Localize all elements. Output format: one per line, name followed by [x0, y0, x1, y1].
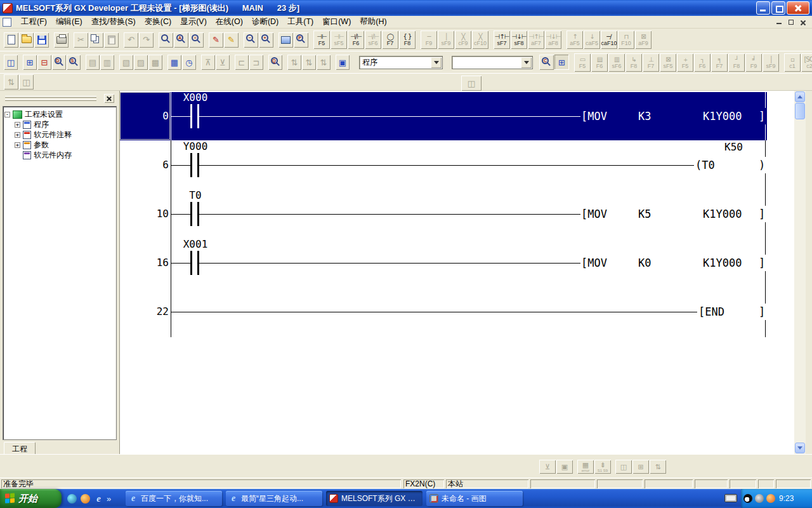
- save-button[interactable]: [34, 32, 49, 48]
- falling-edge-symbol-icon: ↓: [589, 33, 594, 40]
- new-button[interactable]: [4, 32, 18, 48]
- key-label: F5: [318, 40, 325, 46]
- zoom-out-button[interactable]: −: [244, 32, 258, 48]
- input-method-keyboard-icon[interactable]: [724, 494, 737, 502]
- print-button[interactable]: [54, 32, 69, 48]
- mdi-restore-button[interactable]: [785, 17, 796, 27]
- start-button[interactable]: 开始: [0, 489, 62, 508]
- sort-3-button: ⇅: [317, 55, 331, 70]
- coil-button[interactable]: ◯F7: [382, 30, 398, 49]
- screen-display-button[interactable]: [278, 32, 293, 48]
- tree-close-icon[interactable]: [104, 94, 114, 103]
- menu-item-6[interactable]: 诊断(D): [247, 15, 283, 29]
- program-combo[interactable]: 程序: [359, 56, 443, 69]
- tree-expand-icon[interactable]: +: [15, 132, 20, 138]
- device-memory-icon: [23, 151, 31, 159]
- chevron-down-icon[interactable]: [521, 57, 532, 68]
- closed-contact-button[interactable]: ⊣/⊢F6: [348, 30, 364, 49]
- step-find-button[interactable]: S: [67, 55, 81, 70]
- qq-tray-icon[interactable]: [743, 494, 752, 503]
- edit-cursor-cell[interactable]: [120, 92, 170, 140]
- ladder-display-button[interactable]: ⊞: [23, 55, 37, 70]
- menu-item-8[interactable]: 窗口(W): [318, 15, 355, 29]
- window-cascade-button: ⊏: [235, 55, 249, 70]
- ladder-canvas[interactable]: 0X000[MOVK3K1Y000]6Y000(T0)K5010T0[MOVK5…: [119, 91, 794, 454]
- key-label: caF10: [601, 40, 617, 46]
- find-instruction-button[interactable]: ≡: [189, 32, 204, 48]
- tree-panel-header[interactable]: [3, 93, 117, 105]
- menu-item-5[interactable]: 在线(O): [211, 15, 247, 29]
- cross-reference-button[interactable]: Q: [268, 55, 282, 70]
- close-button[interactable]: [787, 1, 809, 15]
- drag-grip[interactable]: [5, 96, 96, 98]
- instruction-operand: K0: [638, 256, 651, 270]
- tree-expand-icon[interactable]: -: [4, 112, 10, 117]
- menu-item-2[interactable]: 查找/替换(S): [87, 15, 140, 29]
- menu-item-4[interactable]: 显示(V): [176, 15, 211, 29]
- tree-expand-icon[interactable]: +: [15, 122, 20, 128]
- comment-find-button[interactable]: C: [539, 55, 554, 70]
- monitor-edit-mark-button[interactable]: ✎: [224, 32, 239, 48]
- restore-button[interactable]: [771, 1, 785, 15]
- line-erase-button: ⊠aF9: [635, 30, 652, 49]
- toolbar-separator: [274, 32, 278, 48]
- task-paint[interactable]: 未命名 - 画图: [426, 491, 523, 506]
- melsoft-icon: [329, 494, 338, 503]
- ladder-view: 0X000[MOVK3K1Y000]6Y000(T0)K5010T0[MOVK5…: [119, 91, 807, 454]
- menu-item-9[interactable]: 帮助(H): [355, 15, 391, 29]
- device-combo[interactable]: [452, 56, 533, 69]
- minimize-button[interactable]: [756, 1, 770, 15]
- tree-item-project-root[interactable]: -工程未设置: [4, 109, 115, 119]
- falling-pulse-button[interactable]: ⊣↓⊢sF8: [511, 30, 527, 49]
- tree-item-device-memory[interactable]: 软元件内存: [4, 150, 115, 160]
- find-device-button[interactable]: A: [174, 32, 188, 48]
- scroll-up-icon[interactable]: [795, 91, 805, 102]
- copy-button[interactable]: [89, 32, 103, 48]
- task-baidu[interactable]: e百度一下，你就知...: [126, 491, 222, 506]
- menu-item-7[interactable]: 工具(T): [283, 15, 318, 29]
- scroll-down-icon[interactable]: [795, 443, 805, 453]
- quick-launch-icon-1[interactable]: [67, 494, 77, 504]
- find-button[interactable]: [159, 32, 173, 48]
- volume-tray-icon[interactable]: [755, 494, 764, 503]
- menu-item-3[interactable]: 变换(C): [140, 15, 176, 29]
- rising-pulse-button[interactable]: ⊣↑⊢sF7: [494, 30, 510, 49]
- tree-expand-icon[interactable]: +: [15, 142, 20, 148]
- chevron-down-icon[interactable]: [431, 57, 442, 68]
- drag-grip[interactable]: [5, 99, 96, 101]
- device-memory-grid-button[interactable]: ▦: [167, 55, 181, 70]
- list-display-button[interactable]: ⊟: [37, 55, 51, 70]
- coil-bracket: ): [759, 158, 765, 172]
- task-star-delta[interactable]: e最简“星三角起动...: [226, 491, 322, 506]
- mdi-minimize-button[interactable]: [773, 17, 784, 27]
- security-tray-icon[interactable]: [766, 494, 775, 503]
- quick-launch-icon-2[interactable]: [81, 494, 90, 504]
- menu-item-1[interactable]: 编辑(E): [51, 15, 87, 29]
- scroll-thumb[interactable]: [795, 103, 805, 119]
- open-contact-button[interactable]: ⊣⊢F5: [313, 30, 330, 49]
- tree-item-program[interactable]: +程序: [4, 119, 115, 130]
- zoom-in-button[interactable]: +: [259, 32, 273, 48]
- tab-project[interactable]: 工程: [4, 442, 36, 455]
- sfc-download-icon: ⊻: [545, 464, 550, 471]
- menu-item-0[interactable]: 工程(F): [16, 15, 51, 29]
- project-tree-toggle-button[interactable]: ⊞: [554, 55, 569, 70]
- device-find-button[interactable]: D: [52, 55, 66, 70]
- tree-item-device-comment[interactable]: +软元件注释: [4, 130, 115, 140]
- project-verify-button[interactable]: P: [294, 32, 308, 48]
- chevron-right-icon[interactable]: »: [107, 494, 111, 504]
- ladder-edit-mark-button[interactable]: ✎: [209, 32, 223, 48]
- key-label: caF5: [586, 40, 598, 46]
- monitor-window-button[interactable]: ▣: [336, 55, 350, 70]
- task-melsoft[interactable]: MELSOFT系列 GX D...: [326, 491, 422, 506]
- tree-item-parameter[interactable]: +参数: [4, 140, 115, 150]
- open-button[interactable]: [19, 32, 34, 48]
- mdi-close-button[interactable]: [797, 17, 808, 27]
- data-list-display-button[interactable]: ◫: [4, 55, 18, 70]
- mdi-document-icon[interactable]: [3, 18, 11, 27]
- vertical-scrollbar[interactable]: [794, 91, 806, 454]
- monitor-clock-button[interactable]: ◷: [182, 55, 196, 70]
- quick-launch-ie-icon[interactable]: e: [94, 494, 103, 504]
- invert-result-button[interactable]: ─∕caF10: [601, 30, 617, 49]
- application-instruction-button[interactable]: { }F8: [399, 30, 416, 49]
